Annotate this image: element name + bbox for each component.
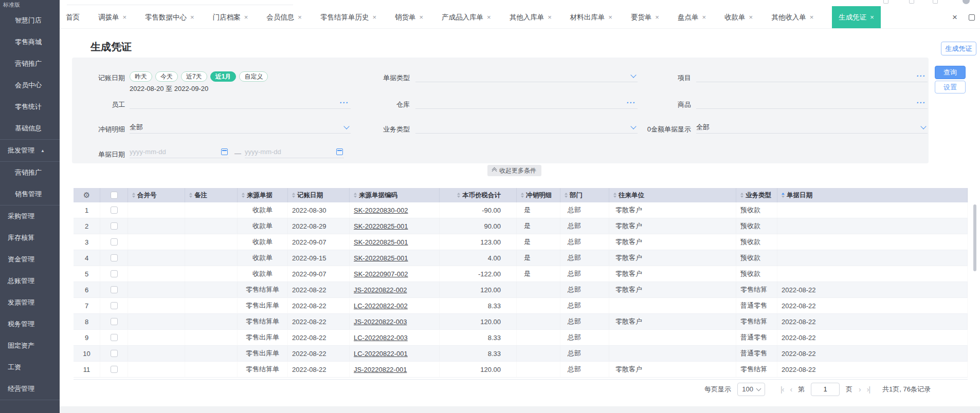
checkbox[interactable] [111, 302, 118, 309]
source-doc-link[interactable]: SK-20220825-001 [354, 238, 408, 246]
sidebar-item[interactable]: 基础信息 [0, 118, 60, 139]
select-all-checkbox[interactable] [100, 188, 128, 202]
sidebar-item[interactable]: 零售商城 [0, 31, 60, 53]
tab[interactable]: 首页 [66, 6, 80, 28]
tab[interactable]: 要货单× [631, 6, 659, 28]
generate-voucher-button[interactable]: 生成凭证 [941, 42, 976, 55]
close-icon[interactable]: × [749, 13, 753, 21]
tab[interactable]: 生成凭证× [832, 6, 881, 28]
tab[interactable]: 调拨单× [98, 6, 126, 28]
source-doc-link[interactable]: SK-20220825-001 [354, 222, 408, 230]
source-doc-link[interactable]: JS-20220822-003 [354, 318, 407, 326]
query-button[interactable]: 查询 [935, 66, 966, 79]
column-header[interactable]: 往来单位 [609, 188, 736, 202]
checkbox[interactable] [111, 366, 118, 373]
close-icon[interactable]: × [372, 13, 376, 21]
tab[interactable]: 收款单× [724, 6, 753, 28]
doc-type-select[interactable] [415, 70, 638, 82]
close-icon[interactable]: × [655, 13, 659, 21]
table-settings-gear[interactable]: ⚙ [74, 188, 100, 202]
tab[interactable]: 零售数据中心× [145, 6, 194, 28]
sidebar-item[interactable]: 采购管理 [0, 205, 60, 227]
close-all-tabs-icon[interactable]: × [952, 12, 957, 23]
zero-amount-select[interactable]: 全部 [696, 121, 928, 134]
close-icon[interactable]: × [244, 13, 248, 21]
warehouse-picker[interactable]: ··· [415, 97, 638, 109]
close-icon[interactable]: × [123, 13, 127, 21]
checkbox[interactable] [111, 318, 118, 325]
page-input[interactable]: 1 [811, 383, 840, 396]
doc-date-start-input[interactable]: yyyy-mm-dd [130, 146, 229, 158]
first-page-icon[interactable]: |‹ [781, 385, 784, 393]
date-preset-pill[interactable]: 近1月 [210, 71, 237, 82]
column-header[interactable]: 记账日期 [288, 188, 350, 202]
date-preset-pill[interactable]: 昨天 [130, 71, 152, 82]
source-doc-link[interactable]: JS-20220822-001 [354, 366, 407, 373]
doc-date-end-input[interactable]: yyyy-mm-dd [245, 146, 344, 158]
sidebar-item[interactable]: 会员中心 [0, 74, 60, 96]
sidebar-item[interactable]: 发票管理 [0, 292, 60, 313]
column-header[interactable]: 本币价税合计 [440, 188, 517, 202]
sidebar-item[interactable]: 经营管理 [0, 378, 60, 400]
source-doc-link[interactable]: LC-20220822-003 [354, 334, 408, 342]
writeoff-detail-select[interactable]: 全部 [130, 121, 351, 134]
column-header[interactable]: 业务类型 [736, 188, 777, 202]
sidebar-item[interactable]: 智慧门店 [0, 10, 60, 31]
source-doc-link[interactable]: SK-20220907-002 [354, 270, 408, 278]
source-doc-link[interactable]: LC-20220822-002 [354, 302, 408, 310]
checkbox[interactable] [111, 350, 118, 357]
column-header[interactable]: 冲销明细 [517, 188, 560, 202]
checkbox[interactable] [111, 254, 118, 261]
collapse-conditions-button[interactable]: 收起更多条件 [487, 165, 541, 176]
column-header[interactable]: 备注 [185, 188, 238, 202]
employee-picker[interactable]: ··· [130, 97, 351, 109]
column-header[interactable]: 来源单据 [238, 188, 288, 202]
last-page-icon[interactable]: ›| [867, 385, 870, 393]
sidebar-item[interactable]: 营销推广 [0, 162, 60, 183]
sidebar-item[interactable]: 固定资产 [0, 335, 60, 356]
sidebar-item[interactable]: 库存核算 [0, 227, 60, 249]
source-doc-link[interactable]: SK-20220830-002 [354, 206, 408, 214]
checkbox[interactable] [111, 192, 118, 199]
prev-page-icon[interactable]: ‹ [790, 385, 792, 393]
sidebar-item[interactable]: 销售管理 [0, 183, 60, 205]
close-icon[interactable]: × [870, 13, 874, 21]
checkbox[interactable] [111, 222, 118, 230]
sidebar-item[interactable]: 总账管理 [0, 270, 60, 292]
close-icon[interactable]: × [702, 13, 706, 21]
column-header[interactable]: 来源单据编码 [350, 188, 440, 202]
checkbox[interactable] [111, 206, 118, 214]
close-icon[interactable]: × [608, 13, 612, 21]
tab[interactable]: 材料出库单× [570, 6, 612, 28]
close-icon[interactable]: × [810, 13, 814, 21]
sidebar-item[interactable]: 批发管理▲ [0, 140, 60, 161]
close-icon[interactable]: × [298, 13, 302, 21]
checkbox[interactable] [111, 334, 118, 341]
tab[interactable]: 销货单× [395, 6, 423, 28]
checkbox[interactable] [111, 270, 118, 277]
tab[interactable]: 其他收入单× [771, 6, 813, 28]
tab[interactable]: 会员信息× [266, 6, 302, 28]
close-icon[interactable]: × [548, 13, 552, 21]
date-preset-pill[interactable]: 自定义 [239, 71, 268, 82]
table-scrollbar-thumb[interactable] [973, 204, 976, 271]
settings-button[interactable]: 设置 [935, 81, 966, 93]
source-doc-link[interactable]: LC-20220822-001 [354, 350, 408, 358]
source-doc-link[interactable]: SK-20220825-001 [354, 254, 408, 262]
per-page-select[interactable]: 100 [737, 383, 765, 396]
column-header[interactable]: 部门 [560, 188, 609, 202]
sidebar-item[interactable]: 税务管理 [0, 313, 60, 335]
tab[interactable]: 门店档案× [213, 6, 248, 28]
goods-picker[interactable]: ··· [696, 97, 928, 109]
column-header[interactable]: 合并号 [128, 188, 185, 202]
business-type-select[interactable] [415, 121, 638, 134]
source-doc-link[interactable]: JS-20220822-002 [354, 286, 407, 294]
tab[interactable]: 零售结算单历史× [320, 6, 376, 28]
close-icon[interactable]: × [190, 13, 194, 21]
checkbox[interactable] [111, 286, 118, 293]
next-page-icon[interactable]: › [859, 385, 861, 393]
tab[interactable]: 产成品入库单× [442, 6, 491, 28]
column-header[interactable]: 单据日期 [777, 188, 968, 202]
close-icon[interactable]: × [487, 13, 491, 21]
sidebar-item[interactable]: 工资 [0, 356, 60, 378]
